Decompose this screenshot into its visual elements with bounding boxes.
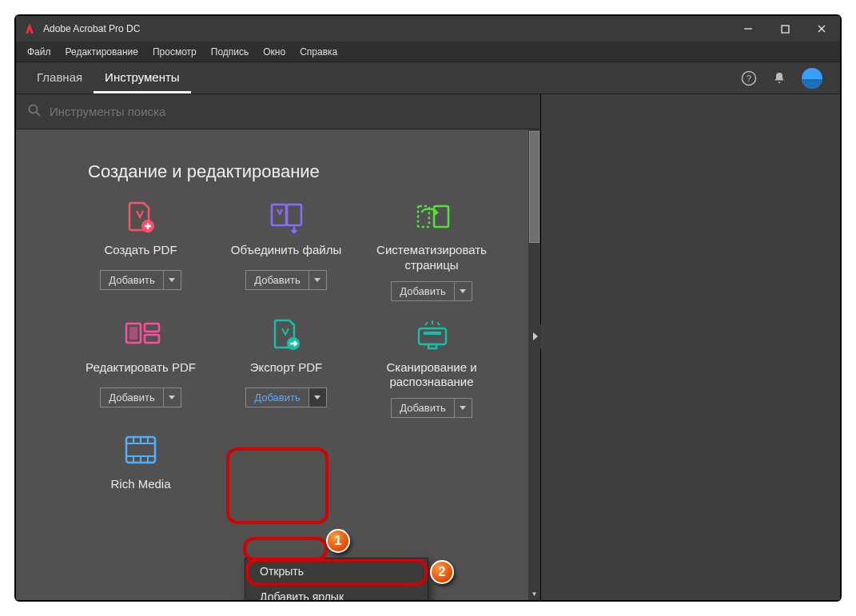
scrollbar[interactable]: ▲ ▼ bbox=[528, 129, 540, 600]
tools-scroll: Создание и редактирование Создать PDF До… bbox=[16, 129, 540, 600]
chevron-down-icon[interactable] bbox=[454, 399, 472, 417]
tool-scan[interactable]: Сканирование и распознавание Добавить bbox=[360, 317, 504, 419]
svg-rect-19 bbox=[424, 332, 441, 335]
organize-icon bbox=[414, 200, 449, 235]
app-logo-icon bbox=[22, 22, 37, 36]
export-icon bbox=[269, 317, 304, 352]
preview-pane bbox=[541, 94, 840, 600]
scan-icon bbox=[414, 317, 449, 352]
panel-expander[interactable] bbox=[530, 324, 541, 348]
help-icon[interactable]: ? bbox=[741, 70, 757, 86]
svg-rect-10 bbox=[287, 205, 301, 225]
add-dropdown: Открыть Добавить ярлык Подробнее bbox=[245, 558, 428, 600]
search-input[interactable] bbox=[50, 105, 529, 118]
tool-label: Экспорт PDF bbox=[250, 360, 323, 380]
menu-edit[interactable]: Редактирование bbox=[59, 44, 145, 60]
svg-rect-14 bbox=[145, 324, 159, 332]
chevron-down-icon[interactable] bbox=[454, 282, 472, 300]
svg-line-7 bbox=[37, 112, 41, 116]
add-button[interactable]: Добавить bbox=[391, 281, 472, 301]
tools-pane: Создание и редактирование Создать PDF До… bbox=[16, 94, 541, 600]
svg-rect-20 bbox=[428, 344, 436, 348]
add-button[interactable]: Добавить bbox=[245, 270, 326, 290]
avatar[interactable] bbox=[802, 68, 822, 89]
title-bar: Adobe Acrobat Pro DC bbox=[16, 16, 840, 42]
menu-bar: Файл Редактирование Просмотр Подпись Окн… bbox=[16, 42, 840, 62]
tool-label: Rich Media bbox=[110, 477, 170, 496]
tool-organize[interactable]: Систематизировать страницы Добавить bbox=[360, 200, 504, 301]
svg-text:?: ? bbox=[747, 74, 751, 83]
svg-rect-16 bbox=[129, 327, 137, 340]
add-button-export[interactable]: Добавить bbox=[245, 387, 326, 407]
svg-rect-11 bbox=[434, 206, 448, 227]
dd-open[interactable]: Открыть bbox=[245, 558, 428, 584]
app-window: Adobe Acrobat Pro DC Файл Редактирование… bbox=[14, 14, 842, 602]
media-icon bbox=[123, 434, 158, 469]
window-title: Adobe Acrobat Pro DC bbox=[43, 23, 140, 34]
add-button[interactable]: Добавить bbox=[100, 270, 181, 290]
create-pdf-icon bbox=[123, 200, 158, 235]
svg-rect-18 bbox=[419, 328, 446, 344]
menu-file[interactable]: Файл bbox=[21, 44, 58, 60]
tool-label: Объединить файлы bbox=[231, 243, 341, 262]
tool-label: Сканирование и распознавание bbox=[386, 360, 476, 391]
menu-help[interactable]: Справка bbox=[293, 44, 344, 60]
chevron-down-icon[interactable] bbox=[163, 271, 181, 289]
search-row bbox=[16, 94, 540, 129]
search-icon bbox=[27, 103, 42, 121]
minimize-button[interactable] bbox=[730, 16, 766, 42]
tool-grid: Создать PDF Добавить Объединить файлы До… bbox=[16, 189, 540, 536]
edit-icon bbox=[123, 317, 158, 352]
svg-point-6 bbox=[30, 105, 38, 113]
svg-rect-1 bbox=[782, 26, 789, 33]
section-title: Создание и редактирование bbox=[16, 129, 540, 189]
combine-icon bbox=[269, 200, 304, 235]
tool-richmedia[interactable]: Rich Media bbox=[69, 434, 213, 504]
maximize-button[interactable] bbox=[766, 16, 803, 42]
chevron-down-icon[interactable] bbox=[309, 271, 326, 289]
dd-shortcut[interactable]: Добавить ярлык bbox=[245, 584, 428, 600]
menu-view[interactable]: Просмотр bbox=[146, 44, 203, 60]
callout-2: 2 bbox=[430, 560, 454, 584]
chevron-down-icon[interactable] bbox=[163, 388, 181, 407]
tab-tools[interactable]: Инструменты bbox=[94, 62, 191, 93]
svg-rect-15 bbox=[145, 335, 159, 343]
tool-label: Создать PDF bbox=[104, 243, 177, 262]
chevron-down-icon[interactable] bbox=[309, 388, 326, 407]
scroll-thumb[interactable] bbox=[529, 131, 539, 243]
tool-create-pdf[interactable]: Создать PDF Добавить bbox=[69, 200, 213, 301]
tool-label: Редактировать PDF bbox=[86, 360, 196, 380]
tool-edit[interactable]: Редактировать PDF Добавить bbox=[69, 317, 213, 419]
scroll-down-icon[interactable]: ▼ bbox=[528, 588, 540, 600]
svg-rect-9 bbox=[272, 205, 286, 225]
tool-combine[interactable]: Объединить файлы Добавить bbox=[214, 200, 358, 301]
add-button[interactable]: Добавить bbox=[100, 387, 181, 407]
tab-bar: Главная Инструменты ? bbox=[16, 62, 840, 94]
menu-window[interactable]: Окно bbox=[257, 44, 292, 60]
content-area: Создание и редактирование Создать PDF До… bbox=[16, 94, 840, 600]
add-button[interactable]: Добавить bbox=[391, 398, 472, 418]
tool-label: Систематизировать страницы bbox=[376, 243, 487, 273]
callout-1: 1 bbox=[326, 529, 350, 553]
tab-home[interactable]: Главная bbox=[26, 62, 94, 93]
close-button[interactable] bbox=[803, 16, 840, 42]
tool-export[interactable]: Экспорт PDF Добавить bbox=[214, 317, 358, 419]
menu-sign[interactable]: Подпись bbox=[205, 44, 256, 60]
bell-icon[interactable] bbox=[771, 70, 787, 86]
